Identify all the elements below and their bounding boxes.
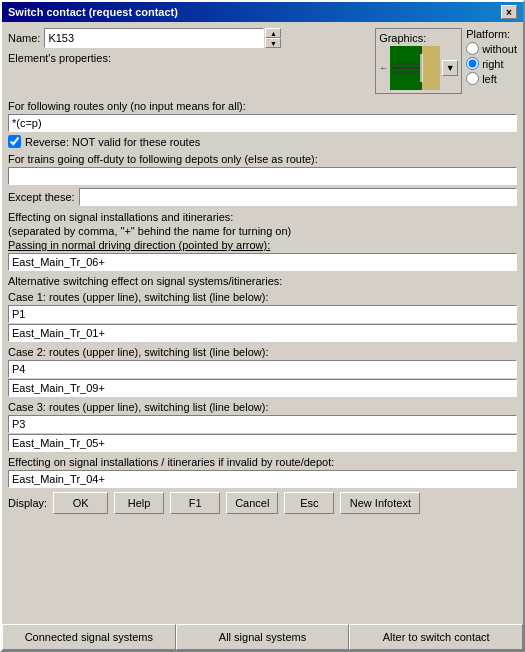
alternative-switching-section: Alternative switching effect on signal s… xyxy=(8,273,517,289)
reverse-checkbox[interactable] xyxy=(8,135,21,148)
close-button[interactable]: × xyxy=(501,5,517,19)
ok-button[interactable]: OK xyxy=(53,492,108,514)
case1-route-input[interactable] xyxy=(8,305,517,323)
spin-up[interactable]: ▲ xyxy=(265,28,281,38)
name-spinner[interactable]: ▲ ▼ xyxy=(265,28,281,48)
graphics-header: Graphics: xyxy=(379,32,458,44)
platform-without-radio[interactable] xyxy=(466,42,479,55)
alternative-switching-label: Alternative switching effect on signal s… xyxy=(8,275,517,287)
scroll-down-btn[interactable]: ▼ xyxy=(442,60,458,76)
platform-left-radio[interactable] xyxy=(466,72,479,85)
cancel-button[interactable]: Cancel xyxy=(226,492,278,514)
help-button[interactable]: Help xyxy=(114,492,164,514)
name-label: Name: xyxy=(8,32,40,44)
effecting-invalid-label: Effecting on signal installations / itin… xyxy=(8,456,517,468)
new-infotext-button[interactable]: New Infotext xyxy=(340,492,420,514)
effecting-invalid-input[interactable] xyxy=(8,470,517,488)
platform-left-label: left xyxy=(482,73,497,85)
f1-button[interactable]: F1 xyxy=(170,492,220,514)
following-routes-label: For following routes only (no input mean… xyxy=(8,100,517,112)
platform-right-label: right xyxy=(482,58,503,70)
case2-switching-input[interactable] xyxy=(8,379,517,397)
svg-rect-1 xyxy=(422,46,440,90)
platform-right-radio[interactable] xyxy=(466,57,479,70)
window-title: Switch contact (request contact) xyxy=(8,6,178,18)
case2-route-input[interactable] xyxy=(8,360,517,378)
name-input[interactable] xyxy=(44,28,264,48)
rail-svg xyxy=(390,46,440,90)
name-section: Name: ▲ ▼ Element's properties: xyxy=(8,28,367,94)
content-area: Name: ▲ ▼ Element's properties: Graphics… xyxy=(2,22,523,624)
except-row: Except these: xyxy=(8,188,517,206)
case3-label-text: Case 3: routes (upper line), switching l… xyxy=(8,401,268,413)
effecting-signal-label1: Effecting on signal installations and it… xyxy=(8,211,517,223)
trains-off-duty-input[interactable] xyxy=(8,167,517,185)
passing-direction-input[interactable] xyxy=(8,253,517,271)
reverse-label: Reverse: NOT valid for these routes xyxy=(25,136,200,148)
platform-label: Platform: xyxy=(466,28,517,40)
graphics-container: Graphics: ← xyxy=(375,28,462,94)
trains-off-duty-section: For trains going off-duty to following d… xyxy=(8,151,517,209)
case1-label: Case 1: routes (upper line), switching l… xyxy=(8,291,517,303)
graphics-platform-section: Graphics: ← xyxy=(375,28,517,94)
alter-to-switch-contact-button[interactable]: Alter to switch contact xyxy=(349,624,523,650)
case2-section: Case 2: routes (upper line), switching l… xyxy=(8,344,517,397)
svg-rect-5 xyxy=(420,54,423,82)
case2-label: Case 2: routes (upper line), switching l… xyxy=(8,346,517,358)
passing-direction-label: Passing in normal driving direction (poi… xyxy=(8,239,517,251)
except-label: Except these: xyxy=(8,191,75,203)
esc-button[interactable]: Esc xyxy=(284,492,334,514)
bottom-btn-row: Connected signal systems All signal syst… xyxy=(2,624,523,650)
graphics-body: ← xyxy=(379,46,458,90)
case3-label: Case 3: routes (upper line), switching l… xyxy=(8,401,517,413)
case1-switching-input[interactable] xyxy=(8,324,517,342)
platform-left-row: left xyxy=(466,72,517,85)
following-routes-input[interactable] xyxy=(8,114,517,132)
all-signal-systems-button[interactable]: All signal systems xyxy=(176,624,350,650)
display-label: Display: xyxy=(8,497,47,509)
case1-label-text: Case 1: routes (upper line), switching l… xyxy=(8,291,268,303)
platform-right-row: right xyxy=(466,57,517,70)
case3-route-input[interactable] xyxy=(8,415,517,433)
main-window: Switch contact (request contact) × Name:… xyxy=(0,0,525,652)
top-section: Name: ▲ ▼ Element's properties: Graphics… xyxy=(8,28,517,94)
graphics-label: Graphics: xyxy=(379,32,426,44)
passing-direction-section: Passing in normal driving direction (poi… xyxy=(8,239,517,271)
platform-without-label: without xyxy=(482,43,517,55)
platform-group: Platform: without right left xyxy=(466,28,517,94)
title-bar: Switch contact (request contact) × xyxy=(2,2,523,22)
trains-off-duty-label: For trains going off-duty to following d… xyxy=(8,153,517,165)
effecting-signal-label2: (separated by comma, "+" behind the name… xyxy=(8,225,517,237)
platform-without-row: without xyxy=(466,42,517,55)
following-routes-section: For following routes only (no input mean… xyxy=(8,98,517,132)
case1-section: Case 1: routes (upper line), switching l… xyxy=(8,289,517,342)
effecting-signal-section: Effecting on signal installations and it… xyxy=(8,209,517,239)
case3-switching-input[interactable] xyxy=(8,434,517,452)
reverse-row: Reverse: NOT valid for these routes xyxy=(8,135,517,148)
effecting-invalid-section: Effecting on signal installations / itin… xyxy=(8,454,517,488)
graphics-image xyxy=(390,46,440,90)
connected-signal-systems-button[interactable]: Connected signal systems xyxy=(2,624,176,650)
spin-down[interactable]: ▼ xyxy=(265,38,281,48)
display-btn-row: Display: OK Help F1 Cancel Esc New Infot… xyxy=(8,492,517,514)
case2-label-text: Case 2: routes (upper line), switching l… xyxy=(8,346,268,358)
elements-properties-label: Element's properties: xyxy=(8,52,367,64)
graphics-scroll: ▼ xyxy=(442,60,458,76)
except-input[interactable] xyxy=(79,188,517,206)
case3-section: Case 3: routes (upper line), switching l… xyxy=(8,399,517,452)
